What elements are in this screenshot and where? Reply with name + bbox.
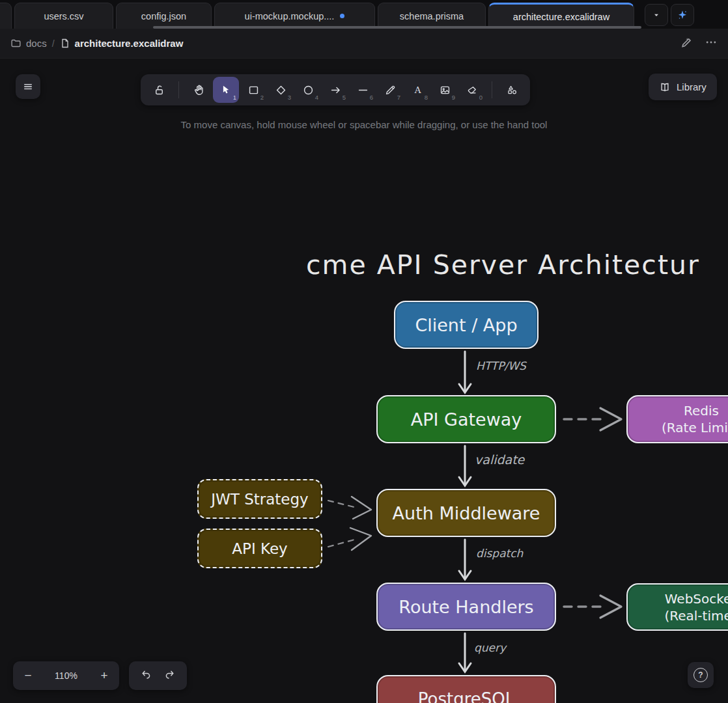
zoom-in-button[interactable]: + [89,661,119,690]
file-icon [60,38,70,49]
tab-partial[interactable] [0,3,12,29]
breadcrumb: docs / architecture.excalidraw [10,38,680,49]
node-route-handlers[interactable]: Route Handlers [376,583,556,631]
tool-rectangle-button[interactable]: 2 [240,77,266,103]
breadcrumb-actions [680,36,718,51]
breadcrumb-bar: docs / architecture.excalidraw [0,29,728,59]
node-postgresql[interactable]: PostgreSQL [376,675,556,703]
tool-shortcut: 4 [315,94,318,101]
node-label: JWT Strategy [211,491,308,508]
breadcrumb-file-label: architecture.excalidraw [75,38,184,49]
node-websocket[interactable]: WebSocket (Real-time) [626,583,728,631]
tab-schema-prisma[interactable]: schema.prisma [378,3,486,29]
tool-shapes-button[interactable] [499,77,525,103]
pencil-sparkle-icon [680,36,693,48]
toolbar-divider [492,81,492,98]
tab-config-json[interactable]: config.json [116,3,212,29]
tab-list-dropdown-button[interactable] [645,4,668,26]
tool-shortcut: 1 [233,94,236,101]
node-label: Redis [684,402,719,419]
tool-selection-button[interactable]: 1 [213,77,239,103]
node-jwt-strategy[interactable]: JWT Strategy [197,479,322,519]
edge-label-validate: validate [475,452,524,467]
tool-line-button[interactable]: 6 [350,77,376,103]
library-button[interactable]: Library [649,74,717,100]
diamond-icon [275,84,287,96]
tab-label: config.json [141,11,186,21]
zoom-level[interactable]: 110% [43,670,89,681]
node-api-gateway[interactable]: API Gateway [376,395,556,443]
cursor-icon [220,84,232,96]
tool-draw-button[interactable]: 7 [377,77,403,103]
zoom-controls: − 110% + [13,661,119,690]
image-icon [439,84,451,96]
node-label: API Gateway [411,409,522,430]
editor-tab-bar: users.csv config.json ui-mockup.mockup..… [0,0,728,29]
node-label: (Rate Limite [662,419,728,436]
node-label: API Key [232,540,287,557]
tool-diamond-button[interactable]: 3 [268,77,294,103]
ellipse-icon [302,84,315,96]
tab-label: users.csv [44,11,83,21]
tool-image-button[interactable]: 9 [432,77,458,103]
shapes-icon [506,84,518,96]
zoom-out-button[interactable]: − [13,661,43,690]
node-label: WebSocket [665,590,728,607]
lock-open-icon [153,84,165,96]
node-client-app[interactable]: Client / App [394,301,539,349]
redo-icon [163,669,176,681]
tool-ellipse-button[interactable]: 4 [295,77,321,103]
node-label: (Real-time) [664,607,728,624]
book-icon [659,81,671,93]
tool-hand-button[interactable] [186,77,212,103]
tool-shortcut: 8 [425,94,428,101]
edge-label-http-ws: HTTP/WS [476,359,526,372]
node-redis[interactable]: Redis (Rate Limite [626,395,728,443]
tab-architecture-excalidraw[interactable]: architecture.excalidraw [488,3,634,29]
chevron-down-icon [651,10,662,20]
tab-label: architecture.excalidraw [513,12,609,22]
line-icon [357,84,369,96]
breadcrumb-separator: / [52,38,55,49]
breadcrumb-file: architecture.excalidraw [60,38,184,49]
edge-label-query: query [474,641,506,654]
undo-button[interactable] [140,669,152,683]
tool-lock-button[interactable] [146,77,172,103]
redo-button[interactable] [163,669,176,683]
tab-label: schema.prisma [400,11,464,21]
tab-label: ui-mockup.mockup.... [245,11,335,21]
svg-text:A: A [413,85,421,94]
tool-island: 1 2 3 4 5 6 7 [141,74,530,105]
tool-text-button[interactable]: A 8 [404,77,430,103]
pencil-icon [384,84,397,96]
diagram-title[interactable]: cme API Server Architectur [306,249,700,281]
tab-users-csv[interactable]: users.csv [14,3,113,29]
node-label: Client / App [415,315,517,335]
node-auth-middleware[interactable]: Auth Middleware [376,489,556,537]
ai-edit-button[interactable] [680,36,693,51]
breadcrumb-folder-label: docs [26,38,47,49]
arrow-icon [329,84,342,96]
canvas-hint: To move canvas, hold mouse wheel or spac… [0,119,728,130]
tool-shortcut: 7 [397,94,400,101]
tool-shortcut: 2 [260,94,264,101]
tab-ui-mockup[interactable]: ui-mockup.mockup.... [214,3,375,29]
unsaved-dot [340,14,344,18]
eraser-icon [466,84,479,96]
main-menu-button[interactable] [16,74,40,99]
breadcrumb-folder[interactable]: docs [10,38,47,49]
tool-eraser-button[interactable]: 0 [459,77,485,103]
tool-arrow-button[interactable]: 5 [322,77,348,103]
node-label: Route Handlers [399,597,533,617]
tool-shortcut: 5 [343,94,346,101]
node-api-key[interactable]: API Key [197,529,322,568]
tab-scrollbar[interactable] [153,26,641,29]
tool-shortcut: 3 [288,94,291,101]
tool-shortcut: 9 [452,94,455,101]
help-button[interactable]: ? [688,662,714,688]
ai-assistant-button[interactable] [671,4,694,26]
more-options-button[interactable] [705,36,718,51]
excalidraw-canvas[interactable]: 1 2 3 4 5 6 7 [0,59,728,703]
node-label: PostgreSQL [418,689,514,703]
library-label: Library [677,81,707,92]
